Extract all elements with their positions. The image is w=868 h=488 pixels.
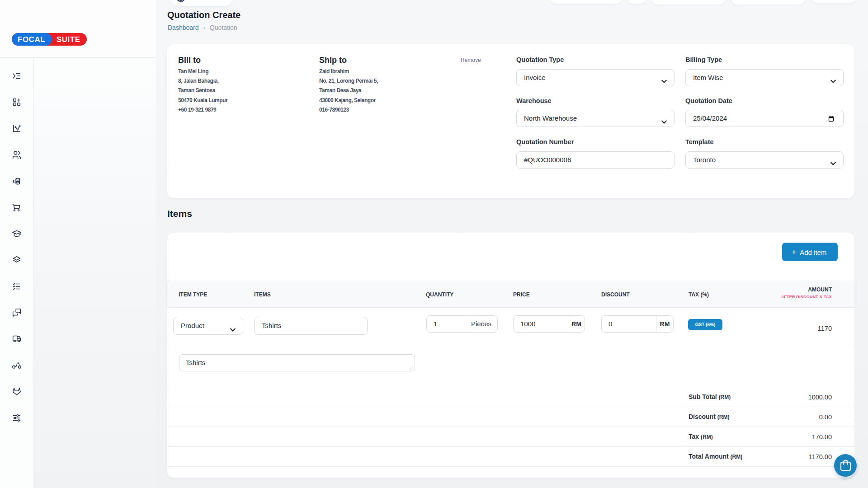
svg-text:$: $ [13,180,15,184]
